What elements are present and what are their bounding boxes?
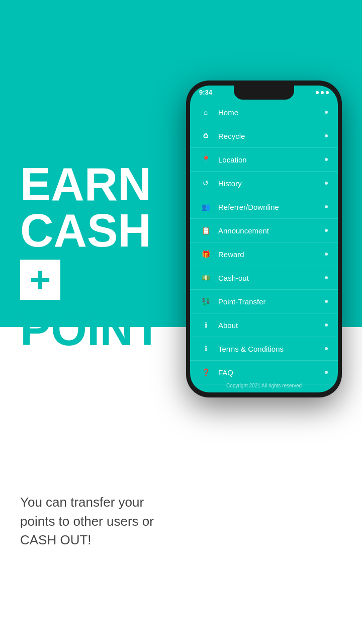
point-text: POINT	[20, 306, 186, 352]
menu-item-history[interactable]: ↺ History	[190, 172, 338, 195]
menu-icon-close: ❓	[200, 390, 211, 392]
copyright-text: Copyright 2021 All rights reserved	[190, 383, 338, 388]
menu-item-cashout[interactable]: 💵 Cash-out	[190, 266, 338, 290]
menu-label-recycle: Recycle	[218, 132, 325, 140]
menu-label-referrer: Referrer/Downline	[218, 203, 325, 211]
time-display: 9:34	[199, 89, 212, 96]
menu-item-about[interactable]: ℹ About	[190, 313, 338, 337]
menu-label-reward: Reward	[218, 250, 325, 259]
menu-label-location: Location	[218, 155, 325, 164]
menu-label-faq: FAQ	[218, 368, 325, 377]
menu-dot-terms	[325, 347, 328, 350]
menu-item-home[interactable]: ⌂ Home	[190, 101, 338, 124]
menu-item-reward[interactable]: 🎁 Reward	[190, 243, 338, 266]
menu-dot-faq	[325, 371, 328, 374]
menu-icon-announcement: 📋	[200, 225, 211, 236]
menu-dot-cashout	[325, 276, 328, 279]
phone-outer-shell: 9:34 ⌂ Home ♻ Recycle 📍 Location ↺	[186, 80, 342, 397]
menu-icon-about: ℹ	[200, 319, 211, 331]
cash-label: CASH	[20, 205, 151, 256]
menu-dot-location	[325, 158, 328, 161]
menu-item-point-transfer[interactable]: 💱 Point-Transfer	[190, 290, 338, 313]
menu-icon-reward: 🎁	[200, 249, 211, 260]
menu-item-terms[interactable]: ℹ Terms & Conditions	[190, 337, 338, 361]
menu-icon-location: 📍	[200, 154, 211, 165]
plus-box: +	[20, 260, 186, 300]
menu-item-location[interactable]: 📍 Location	[190, 148, 338, 172]
battery-icon	[326, 91, 329, 94]
menu-dot-recycle	[325, 134, 328, 137]
menu-dot-home	[325, 111, 328, 114]
menu-dot-referrer	[325, 205, 328, 208]
signal-dot-1	[316, 91, 319, 94]
menu-label-cashout: Cash-out	[218, 274, 325, 282]
menu-dot-reward	[325, 253, 328, 256]
menu-dot-history	[325, 182, 328, 185]
menu-icon-faq: ❓	[200, 367, 211, 378]
menu-label-point-transfer: Point-Transfer	[218, 297, 325, 306]
menu-item-referrer[interactable]: 👥 Referrer/Downline	[190, 195, 338, 219]
menu-item-recycle[interactable]: ♻ Recycle	[190, 124, 338, 148]
phone-mockup: 9:34 ⌂ Home ♻ Recycle 📍 Location ↺	[186, 80, 357, 624]
menu-label-close: Close	[218, 392, 325, 393]
menu-icon-cashout: 💵	[200, 272, 211, 283]
menu-label-history: History	[218, 179, 325, 188]
menu-label-about: About	[218, 321, 325, 330]
signal-dot-2	[321, 91, 324, 94]
menu-item-faq[interactable]: ❓ FAQ	[190, 361, 338, 384]
menu-icon-recycle: ♻	[200, 130, 211, 141]
subtitle-text: You can transfer your points to other us…	[20, 493, 181, 550]
menu-item-announcement[interactable]: 📋 Announcement	[190, 219, 338, 243]
hero-section: EARN CASH + POINT	[20, 161, 186, 352]
menu-list: ⌂ Home ♻ Recycle 📍 Location ↺ History 👥 …	[190, 101, 338, 392]
menu-label-home: Home	[218, 108, 325, 117]
menu-icon-point-transfer: 💱	[200, 296, 211, 307]
earn-cash-text: EARN CASH	[20, 161, 186, 254]
menu-label-announcement: Announcement	[218, 226, 325, 235]
status-icons	[316, 91, 329, 94]
plus-icon: +	[20, 260, 60, 300]
status-bar: 9:34	[199, 89, 329, 96]
phone-screen: 9:34 ⌂ Home ♻ Recycle 📍 Location ↺	[190, 86, 338, 392]
earn-label: EARN	[20, 158, 151, 210]
menu-dot-about	[325, 324, 328, 327]
menu-dot-point-transfer	[325, 300, 328, 303]
menu-icon-history: ↺	[200, 178, 211, 189]
menu-icon-terms: ℹ	[200, 343, 211, 354]
menu-icon-referrer: 👥	[200, 201, 211, 212]
menu-label-terms: Terms & Conditions	[218, 345, 325, 353]
menu-dot-announcement	[325, 229, 328, 232]
menu-icon-home: ⌂	[200, 107, 211, 118]
